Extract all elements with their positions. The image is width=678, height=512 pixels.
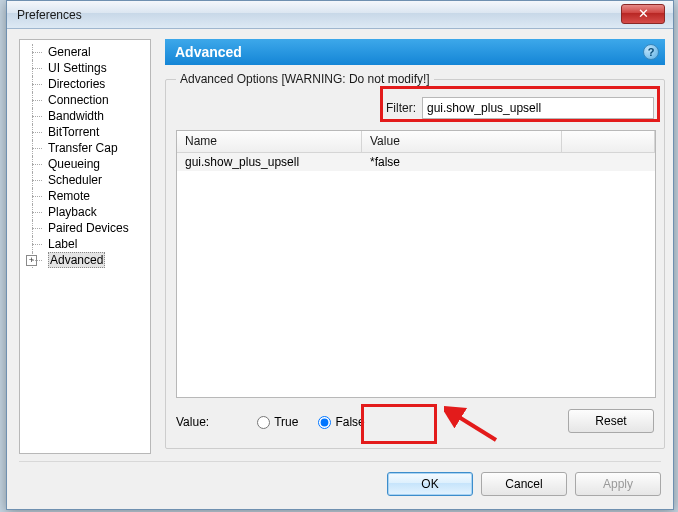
help-icon[interactable]: ? [643,44,659,60]
nav-item-ui-settings[interactable]: UI Settings [24,60,146,76]
filter-row: Filter: [386,94,654,122]
window-title: Preferences [17,8,82,22]
dialog-body: General UI Settings Directories Connecti… [7,29,673,509]
radio-true[interactable]: True [251,411,308,433]
section-title: Advanced [175,44,242,60]
radio-true-label: True [274,415,298,429]
nav-item-general[interactable]: General [24,44,146,60]
settings-panel: Advanced ? Advanced Options [WARNING: Do… [165,39,665,454]
options-table[interactable]: Name Value gui.show_plus_upsell *false [176,130,656,398]
nav-item-playback[interactable]: Playback [24,204,146,220]
col-header-name[interactable]: Name [177,131,362,152]
ok-button[interactable]: OK [387,472,473,496]
nav-item-label[interactable]: Label [24,236,146,252]
cell-name: gui.show_plus_upsell [177,154,362,170]
advanced-options-group: Advanced Options [WARNING: Do not modify… [165,79,665,449]
nav-item-bandwidth[interactable]: Bandwidth [24,108,146,124]
expand-icon[interactable]: + [26,255,37,266]
nav-item-scheduler[interactable]: Scheduler [24,172,146,188]
radio-true-input[interactable] [257,416,270,429]
table-row[interactable]: gui.show_plus_upsell *false [177,153,655,171]
nav-item-connection[interactable]: Connection [24,92,146,108]
nav-tree[interactable]: General UI Settings Directories Connecti… [19,39,151,454]
table-header: Name Value [177,131,655,153]
nav-item-queueing[interactable]: Queueing [24,156,146,172]
radio-false[interactable]: False [312,411,374,433]
cancel-button[interactable]: Cancel [481,472,567,496]
radio-false-label: False [335,415,364,429]
section-header: Advanced ? [165,39,665,65]
dialog-button-row: OK Cancel Apply [19,461,661,497]
titlebar[interactable]: Preferences ✕ [7,1,673,29]
nav-item-remote[interactable]: Remote [24,188,146,204]
value-label: Value: [176,415,209,429]
filter-label: Filter: [386,101,416,115]
preferences-dialog: Preferences ✕ General UI Settings Direct… [6,0,674,510]
value-editor-row: Value: True False Reset [176,408,654,436]
reset-button[interactable]: Reset [568,409,654,433]
close-icon[interactable]: ✕ [621,4,665,24]
group-label: Advanced Options [WARNING: Do not modify… [176,72,434,86]
cell-value: *false [362,154,562,170]
radio-false-input[interactable] [318,416,331,429]
nav-item-transfer-cap[interactable]: Transfer Cap [24,140,146,156]
apply-button[interactable]: Apply [575,472,661,496]
nav-item-bittorrent[interactable]: BitTorrent [24,124,146,140]
col-header-value[interactable]: Value [362,131,562,152]
nav-item-paired-devices[interactable]: Paired Devices [24,220,146,236]
col-header-spacer [562,131,655,152]
filter-input[interactable] [422,97,654,119]
nav-item-directories[interactable]: Directories [24,76,146,92]
nav-item-advanced[interactable]: + Advanced [24,252,146,268]
